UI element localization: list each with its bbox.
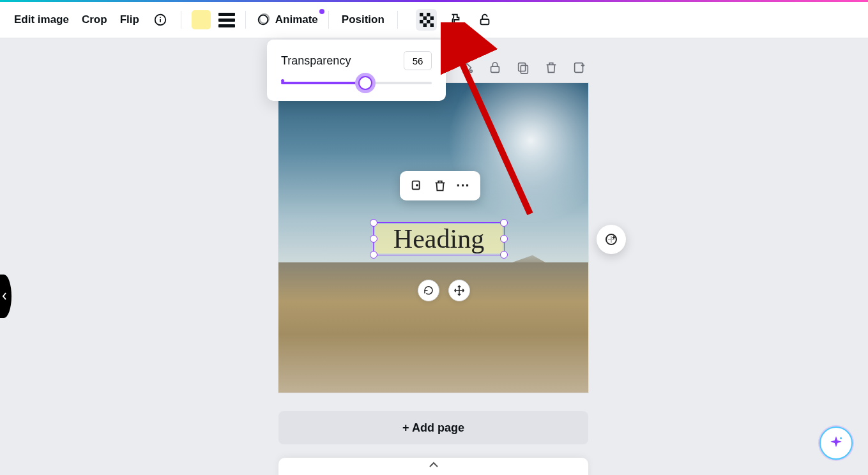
add-page-label: + Add page [402,421,464,435]
notification-dot-icon [319,9,324,14]
svg-rect-7 [423,17,427,20]
ai-assist-button[interactable] [597,225,626,254]
transparency-slider[interactable] [281,82,432,84]
transparency-label: Transparency [281,54,351,68]
duplicate-element-icon[interactable] [409,177,425,194]
move-handle-icon[interactable] [448,280,470,301]
paint-bucket-icon[interactable] [460,61,474,75]
svg-rect-16 [491,66,499,72]
list-style-icon[interactable] [218,13,235,27]
add-page-button[interactable]: + Add page [278,411,588,444]
slider-thumb[interactable] [355,73,376,93]
svg-rect-10 [427,20,430,24]
position-button[interactable]: Position [339,10,387,30]
window-accent-bar [0,0,868,2]
svg-rect-6 [427,13,430,17]
slider-fill [281,82,365,84]
animate-label: Animate [275,13,318,26]
svg-rect-9 [420,20,423,24]
add-page-icon[interactable] [572,61,586,75]
more-options-icon[interactable]: ··· [455,177,471,194]
transparency-panel: Transparency [267,40,446,101]
resize-handle-l[interactable] [370,235,377,243]
crop-button[interactable]: Crop [79,10,110,30]
svg-rect-8 [430,17,434,20]
svg-point-15 [470,70,473,73]
svg-rect-13 [480,19,489,24]
resize-handle-tl[interactable] [370,219,377,227]
svg-rect-19 [575,63,583,73]
selected-heading-element[interactable]: Heading [373,222,505,255]
expand-sidepanel-tab[interactable] [0,275,11,318]
svg-rect-11 [423,24,427,27]
toolbar: Edit image Crop Flip Animate Position [0,2,868,38]
toolbar-divider [397,11,398,29]
transparency-input[interactable] [404,51,432,70]
toolbar-divider [245,11,246,29]
resize-handle-r[interactable] [500,235,508,243]
delete-element-icon[interactable] [432,177,448,194]
resize-handle-br[interactable] [500,251,508,259]
svg-rect-18 [521,65,528,73]
transparency-icon[interactable] [416,9,438,31]
lock-icon[interactable] [474,9,496,31]
copy-style-icon[interactable] [445,9,466,31]
heading-text[interactable]: Heading [393,223,484,254]
flip-button[interactable]: Flip [118,10,142,30]
info-icon[interactable] [149,9,171,31]
toolbar-divider [328,11,329,29]
element-transform-controls [418,280,470,301]
canvas-sun-glare [448,83,588,223]
resize-handle-tr[interactable] [500,219,508,227]
toolbar-divider [181,11,181,29]
magic-fab-button[interactable] [819,426,853,460]
element-quick-actions: ··· [400,171,480,200]
page-tools [460,61,586,75]
svg-point-2 [160,17,161,18]
duplicate-page-icon[interactable] [516,61,530,75]
svg-rect-17 [519,63,526,72]
fill-color-swatch[interactable] [192,10,211,29]
svg-rect-5 [420,13,423,17]
edit-image-button[interactable]: Edit image [11,10,72,30]
svg-rect-12 [430,24,434,27]
resize-handle-bl[interactable] [370,251,377,259]
svg-point-24 [840,437,842,439]
animate-button[interactable]: Animate [256,13,318,27]
rotate-handle-icon[interactable] [418,280,439,301]
delete-page-icon[interactable] [544,61,558,75]
lock-page-icon[interactable] [488,61,502,75]
pages-panel-peek[interactable] [278,458,588,475]
